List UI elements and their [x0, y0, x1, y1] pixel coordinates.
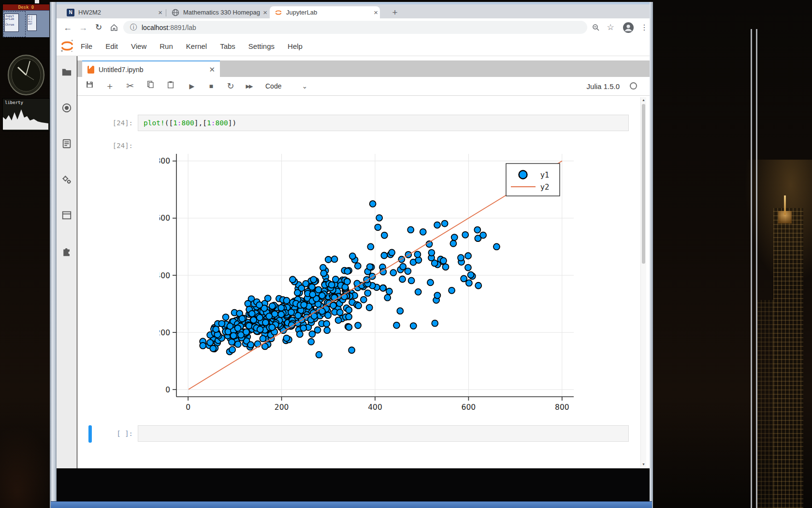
svg-text:600: 600	[462, 403, 476, 412]
scrollbar-thumb[interactable]	[642, 104, 645, 264]
active-cell-indicator[interactable]	[88, 425, 92, 443]
desktop-pager[interactable]: Desk 0 Jupyt erLab - Chrom d-j a-c ani e…	[2, 4, 50, 38]
browser-tab-strip: N HW2M2 × Mathematics 330 Homepag × Jupy…	[57, 4, 650, 18]
menu-help[interactable]: Help	[288, 42, 303, 50]
kernel-status-icon[interactable]	[630, 82, 637, 90]
building-spire	[784, 195, 786, 215]
svg-text:200: 200	[160, 329, 170, 337]
browser-tab-hw2m2[interactable]: N HW2M2 ×	[62, 6, 164, 18]
menu-items: File Edit View Run Kernel Tabs Settings …	[81, 42, 303, 50]
browser-menu-icon[interactable]: ⋮	[638, 21, 651, 34]
browser-tab-jupyterlab[interactable]: JupyterLab ×	[270, 6, 380, 18]
pager-mini-window-1[interactable]: Jupyt erLab - Chrom	[4, 14, 19, 32]
jupyterlab-sidebar	[57, 56, 77, 468]
code-cell-input[interactable]: plot!([1:800],[1:800])	[138, 115, 629, 131]
page-info-icon[interactable]: ⓘ	[130, 23, 137, 32]
property-inspector-gears-icon[interactable]	[61, 174, 72, 185]
zoom-icon[interactable]	[590, 21, 602, 34]
svg-text:y1: y1	[540, 171, 549, 179]
menu-kernel[interactable]: Kernel	[186, 42, 207, 50]
load-monitor: liberty	[2, 98, 50, 131]
output-plot: 02004006008000200400600800y1y2	[160, 140, 575, 418]
cut-cells-button[interactable]: ✂	[124, 80, 136, 92]
pager-body[interactable]: Jupyt erLab - Chrom d-j a-c ani edf	[3, 10, 49, 37]
restart-run-all-button[interactable]: ▶▶	[243, 80, 255, 92]
notebook-file-icon	[87, 66, 94, 74]
add-cell-button[interactable]: ＋	[104, 80, 116, 92]
city-glow-left	[0, 426, 58, 508]
tab-separator	[166, 9, 166, 16]
svg-text:400: 400	[368, 403, 382, 412]
menu-tabs[interactable]: Tabs	[220, 42, 235, 50]
profile-avatar[interactable]	[622, 21, 635, 34]
svg-text:400: 400	[160, 271, 170, 280]
code-token: ([	[165, 119, 173, 127]
notebook-panel: Untitled7.ipynb ✕ ＋ ✂ ▶ ■ ↻ ▶▶ Code ⌄	[77, 56, 650, 468]
tab-title: JupyterLab	[286, 9, 372, 16]
run-cell-button[interactable]: ▶	[186, 80, 198, 92]
building-silhouette	[773, 208, 803, 508]
tab-close-icon[interactable]: ×	[156, 8, 164, 16]
background-window-content	[57, 468, 650, 502]
notebook-toolbar: ＋ ✂ ▶ ■ ↻ ▶▶ Code ⌄ Julia 1.5.0	[77, 77, 650, 96]
doc-tab-title: Untitled7.ipynb	[99, 66, 204, 74]
tab-close-icon[interactable]: ×	[372, 8, 380, 16]
svg-text:0: 0	[165, 386, 170, 394]
cell-input-prompt: [24]:	[95, 119, 133, 127]
reload-button[interactable]: ↻	[92, 21, 105, 34]
back-button[interactable]: ←	[61, 21, 74, 34]
menu-run[interactable]: Run	[160, 42, 173, 50]
menu-settings[interactable]: Settings	[248, 42, 275, 50]
bookmark-star-icon[interactable]: ☆	[604, 21, 617, 34]
tab-title: HW2M2	[78, 9, 156, 16]
menu-edit[interactable]: Edit	[105, 42, 118, 50]
window-frame-bottom-bar[interactable]	[51, 501, 652, 508]
cell-type-dropdown[interactable]: Code ⌄	[265, 82, 307, 90]
forward-button[interactable]: →	[77, 21, 89, 34]
restart-kernel-button[interactable]: ↻	[225, 80, 236, 92]
globe-icon	[172, 9, 179, 16]
menu-file[interactable]: File	[81, 42, 92, 50]
scroll-down-icon[interactable]: ▼	[641, 463, 646, 466]
window-frame-right[interactable]	[650, 2, 653, 508]
address-bar[interactable]: ⓘ localhost:8891/lab	[123, 21, 587, 34]
background-window-edge	[751, 29, 752, 508]
code-token: 800	[182, 119, 194, 127]
paste-cells-button[interactable]	[165, 80, 176, 92]
interrupt-kernel-button[interactable]: ■	[205, 80, 217, 92]
notebook-scrollbar[interactable]: ▲ ▼	[640, 97, 646, 467]
building-silhouette-2	[757, 300, 773, 508]
extension-manager-puzzle-icon[interactable]	[61, 246, 72, 256]
code-token: ],[	[194, 119, 207, 127]
open-tabs-icon[interactable]	[61, 210, 72, 221]
url-path: :8891/lab	[168, 24, 196, 31]
analog-clock	[7, 54, 45, 98]
new-tab-button[interactable]: +	[389, 7, 401, 19]
menu-view[interactable]: View	[131, 42, 146, 50]
chevron-down-icon: ⌄	[302, 82, 307, 90]
running-kernels-icon[interactable]	[61, 103, 72, 113]
scroll-up-icon[interactable]: ▲	[641, 98, 646, 102]
code-token: plot!	[144, 119, 165, 127]
pager-mini-window-2[interactable]: d-j a-c ani edf	[27, 15, 37, 31]
desktop: Desk 0 Jupyt erLab - Chrom d-j a-c ani e…	[0, 0, 812, 508]
command-palette-icon[interactable]	[61, 138, 72, 149]
notebook-content: [24]: plot!([1:800],[1:800]) [24]: 02004…	[77, 96, 650, 468]
code-token: 1	[173, 119, 177, 127]
kernel-name[interactable]: Julia 1.5.0	[587, 77, 620, 95]
file-browser-icon[interactable]	[61, 67, 72, 77]
svg-text:800: 800	[160, 157, 170, 165]
jupyter-logo	[60, 39, 74, 53]
tab-close-icon[interactable]: ×	[261, 8, 269, 16]
browser-tab-math330[interactable]: Mathematics 330 Homepag ×	[167, 6, 269, 18]
home-button[interactable]	[108, 21, 120, 34]
doc-tab-close-icon[interactable]: ✕	[204, 65, 220, 74]
save-button[interactable]	[84, 80, 95, 92]
window-frame-left[interactable]	[50, 2, 57, 508]
browser-navbar: ← → ↻ ⓘ localhost:8891/lab ☆ ⋮	[57, 18, 650, 37]
notebook-doc-tab[interactable]: Untitled7.ipynb ✕	[82, 60, 220, 77]
empty-cell-input[interactable]	[138, 425, 629, 442]
copy-cells-button[interactable]	[145, 80, 156, 92]
tab-title: Mathematics 330 Homepag	[183, 9, 261, 16]
svg-text:y2: y2	[540, 183, 549, 192]
